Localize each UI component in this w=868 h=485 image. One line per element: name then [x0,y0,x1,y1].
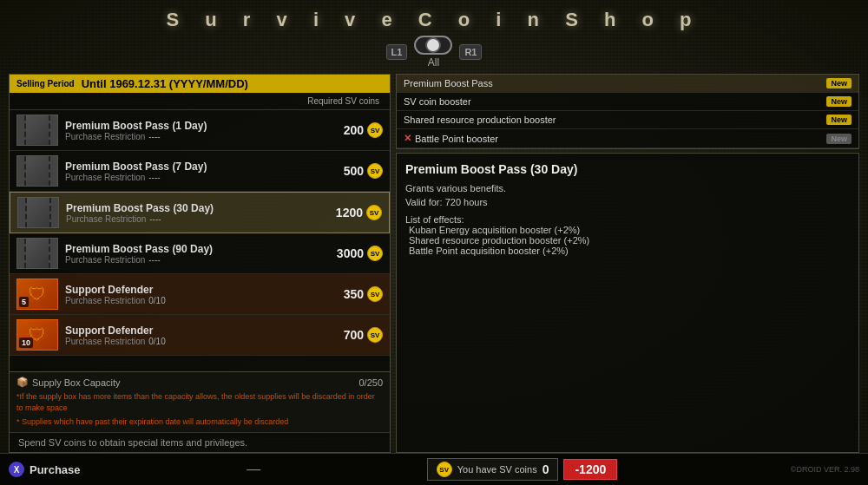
detail-effect-3: Battle Point acquisition booster (+2%) [405,246,850,256]
bottom-bar: X Purchase — SV You have SV coins 0 -120… [0,453,868,485]
shop-item-2[interactable]: Premium Boost Pass (7 Day) Purchase Rest… [10,151,390,192]
item-icon-1 [16,115,58,146]
supply-note-1: *If the supply box has more items than t… [16,391,383,413]
mini-item-btn-3[interactable]: New [826,115,852,125]
item-icon-4 [16,238,58,269]
detail-panel: Premium Boost Pass (30 Day) Grants vario… [396,153,859,453]
mini-item-btn-1[interactable]: New [826,78,852,88]
coin-text: You have SV coins [457,464,537,475]
mini-list-item-1[interactable]: Premium Boost Pass New [397,75,858,93]
item-icon-6: 🛡 10 [16,319,58,351]
x-badge-icon: X [9,462,24,477]
item-price-1: 200 SV [344,122,383,138]
mini-list-item-4[interactable]: ✕ Battle Point booster New [397,129,858,148]
right-panel: Premium Boost Pass New SV coin booster N… [396,74,859,453]
supply-box-icon: 📦 [16,377,29,388]
item-info-5: Support Defender Purchase Restriction 0/… [65,284,337,305]
sv-coin-icon-1: SV [367,122,383,138]
shop-item-3[interactable]: Premium Boost Pass (30 Day) Purchase Res… [10,192,390,233]
dash-separator: — [247,462,260,477]
item-restriction-5: Purchase Restriction 0/10 [65,296,337,305]
mini-item-btn-2[interactable]: New [826,96,852,107]
coin-bar: SV You have SV coins 0 -1200 [427,458,618,481]
item-icon-2 [16,155,58,187]
selling-period-bar: Selling Period Until 1969.12.31 (YYYY/MM… [10,75,390,93]
page-title: S u r v i v e C o i n S h o p [0,0,868,36]
sv-coin-icon-3: SV [366,205,382,220]
mini-list-item-2[interactable]: SV coin booster New [397,93,858,111]
tab-l1-button[interactable]: L1 [386,44,408,60]
footer-text: Spend SV coins to obtain special items a… [18,437,381,448]
shop-item-4[interactable]: Premium Boost Pass (90 Day) Purchase Res… [10,233,390,274]
purchase-button[interactable]: X Purchase [9,462,81,477]
version-info: ©DROID VER. 2.98 [791,465,859,474]
sv-coin-bar-icon: SV [437,462,452,477]
sv-coin-icon-2: SV [367,163,383,179]
item-info-1: Premium Boost Pass (1 Day) Purchase Rest… [65,120,337,141]
shop-items-list: Premium Boost Pass (1 Day) Purchase Rest… [10,110,390,371]
coin-info: SV You have SV coins 0 [427,458,559,481]
item-badge-5: 5 [19,297,29,307]
item-restriction-3: Purchase Restriction ---- [66,214,329,224]
item-price-4: 3000 SV [337,246,383,261]
item-info-3: Premium Boost Pass (30 Day) Purchase Res… [66,202,329,224]
mini-item-name-3: Shared resource production booster [404,115,826,125]
mini-list: Premium Boost Pass New SV coin booster N… [396,74,859,149]
shop-item-1[interactable]: Premium Boost Pass (1 Day) Purchase Rest… [10,110,390,151]
purchase-label: Purchase [30,463,81,476]
item-info-4: Premium Boost Pass (90 Day) Purchase Res… [65,243,330,265]
supply-box-label: 📦 Supply Box Capacity [16,377,121,388]
supply-box-text: Supply Box Capacity [32,377,121,388]
item-name-1: Premium Boost Pass (1 Day) [65,120,337,132]
item-icon-3 [17,197,59,228]
supply-box-value: 0/250 [358,377,383,388]
detail-effect-2: Shared resource production booster (+2%) [405,235,850,246]
item-name-4: Premium Boost Pass (90 Day) [65,243,330,255]
detail-desc-2: Valid for: 720 hours [405,197,850,207]
supply-box: 📦 Supply Box Capacity 0/250 *If the supp… [10,371,390,432]
item-restriction-4: Purchase Restriction ---- [65,255,330,265]
detail-effects-header: List of effects: [405,214,850,225]
detail-title: Premium Boost Pass (30 Day) [405,162,850,176]
item-price-2: 500 SV [344,163,383,179]
tab-bar: L1 All R1 [0,36,868,69]
sv-coin-icon-4: SV [367,246,383,261]
sv-coin-icon-5: SV [367,286,383,302]
selling-period-date: Until 1969.12.31 (YYYY/MM/DD) [82,77,248,90]
item-name-2: Premium Boost Pass (7 Day) [65,161,337,173]
tab-circle [425,37,441,53]
supply-box-header: 📦 Supply Box Capacity 0/250 [16,377,383,388]
shop-item-5[interactable]: 🛡 5 Support Defender Purchase Restrictio… [10,274,390,315]
tab-r1-button[interactable]: R1 [459,44,482,60]
tab-center-button[interactable] [414,36,452,55]
mini-item-name-1: Premium Boost Pass [404,78,826,88]
item-icon-5: 🛡 5 [16,279,58,310]
mini-list-item-3[interactable]: Shared resource production booster New [397,111,858,129]
required-header: Required SV coins [10,93,390,110]
mini-item-name-2: SV coin booster [404,96,826,107]
shield-icon-5: 🛡 [29,285,46,305]
item-restriction-1: Purchase Restriction ---- [65,132,337,141]
tab-all-label: All [428,56,439,69]
shop-item-6[interactable]: 🛡 10 Support Defender Purchase Restricti… [10,315,390,356]
coin-amount: 0 [542,462,549,476]
mini-item-name-4: Battle Point booster [415,134,826,144]
detail-desc-1: Grants various benefits. [405,183,850,193]
item-price-6: 700 SV [344,327,383,343]
cost-display: -1200 [563,459,617,480]
item-price-3: 1200 SV [336,205,382,220]
item-name-5: Support Defender [65,284,337,296]
content-area: Selling Period Until 1969.12.31 (YYYY/MM… [0,74,868,453]
item-badge-6: 10 [19,338,33,348]
supply-note-2: * Supplies which have past their expirat… [16,416,383,428]
mini-item-x-4: ✕ [404,133,411,144]
item-info-6: Support Defender Purchase Restriction 0/… [65,324,337,346]
left-panel: Selling Period Until 1969.12.31 (YYYY/MM… [9,74,391,453]
mini-item-btn-4[interactable]: New [826,134,852,144]
item-info-2: Premium Boost Pass (7 Day) Purchase Rest… [65,161,337,182]
footer-area: Spend SV coins to obtain special items a… [10,432,390,452]
item-restriction-2: Purchase Restriction ---- [65,173,337,182]
detail-effect-1: Kuban Energy acquisition booster (+2%) [405,225,850,235]
selling-period-label: Selling Period [16,79,75,88]
item-restriction-6: Purchase Restriction 0/10 [65,337,337,346]
